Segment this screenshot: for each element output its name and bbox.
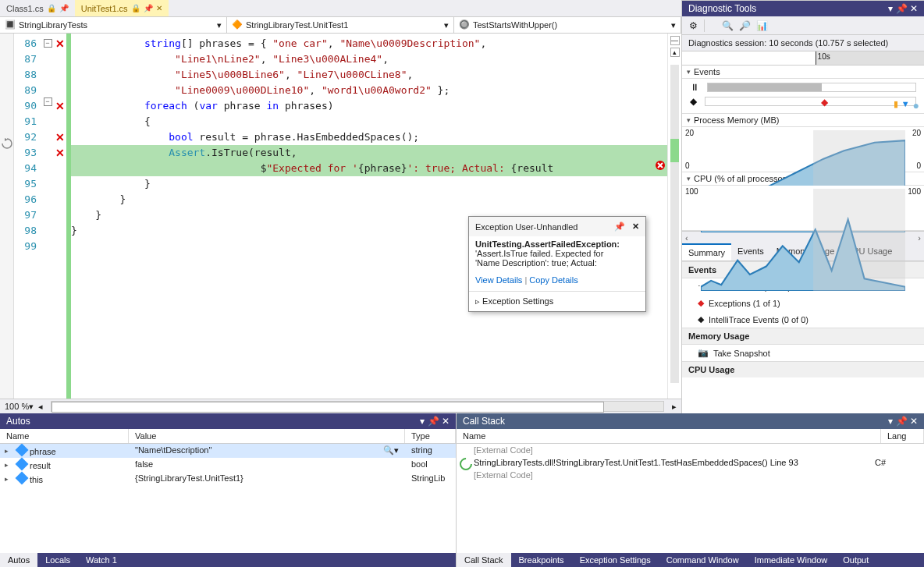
take-snapshot-button[interactable]: 📷Take Snapshot — [682, 345, 924, 361]
code-line[interactable]: "Line0009\u000DLine10", "word1\u00A0word… — [71, 83, 667, 98]
folding-gutter[interactable]: − − — [41, 34, 54, 399]
pin-icon[interactable]: 📌 — [59, 4, 69, 12]
stack-frame[interactable]: StringLibraryTests.dll!StringLibraryTest… — [457, 456, 924, 469]
dropdown-icon[interactable]: ▾ — [420, 416, 425, 427]
breakpoint-gutter[interactable]: ✕ ✕ ✕✕ — [54, 34, 66, 399]
pin-icon[interactable]: 📌 — [614, 221, 625, 231]
timeline-ruler[interactable]: 10s — [682, 51, 924, 66]
memory-chart[interactable]: 20 20 0 0 — [682, 127, 924, 172]
close-icon[interactable]: ✕ — [910, 416, 918, 427]
breakpoint-marker[interactable]: ✕ — [54, 36, 66, 51]
scroll-map[interactable]: — ▴ — [667, 34, 681, 399]
codelens-refresh-icon[interactable] — [2, 138, 12, 149]
[interactable] — [54, 207, 66, 223]
stack-frame[interactable]: [External Code] — [457, 469, 924, 481]
[interactable] — [54, 192, 66, 207]
code-line[interactable]: } — [71, 192, 667, 207]
bottom-tab[interactable]: Call Stack — [457, 553, 511, 567]
[interactable] — [54, 239, 66, 254]
breakpoint-marker[interactable]: ✕ — [54, 145, 66, 161]
bottom-tab[interactable]: Output — [835, 553, 876, 567]
col-name[interactable]: Name — [0, 429, 129, 443]
variable-row[interactable]: ▸phrase "Name\tDescription" 🔍▾ string — [0, 444, 456, 458]
cpu-chart[interactable]: 100 100 — [682, 186, 924, 231]
bottom-tab[interactable]: Locals — [37, 553, 78, 567]
dropdown-icon[interactable]: ▾ — [888, 416, 893, 427]
intellitrace-link[interactable]: ◆IntelliTrace Events (0 of 0) — [682, 311, 924, 328]
col-lang[interactable]: Lang — [881, 429, 924, 443]
copy-details-link[interactable]: Copy Details — [529, 275, 578, 285]
bottom-tab[interactable]: Watch 1 — [78, 553, 125, 567]
close-icon[interactable]: ✕ — [442, 416, 450, 427]
pin-icon[interactable]: 📌 — [428, 416, 439, 427]
diamond-event-icon: ◆ — [690, 96, 697, 107]
memory-section-header[interactable]: Process Memory (MB) ▮ ▼ ● — [682, 114, 924, 127]
close-icon[interactable]: ✕ — [156, 4, 162, 12]
code-line[interactable]: "Line5\u000BLine6", "Line7\u000CLine8", — [71, 67, 667, 83]
pin-icon[interactable]: 📌 — [896, 3, 908, 14]
view-details-link[interactable]: View Details — [475, 275, 522, 285]
variable-row[interactable]: ▸this {StringLibraryTest.UnitTest1} Stri… — [0, 472, 456, 486]
zoom-level[interactable]: 100 % — [5, 402, 29, 411]
code-line[interactable]: "Line1\nLine2", "Line3\u000ALine4", — [71, 51, 667, 67]
col-type[interactable]: Type — [405, 429, 456, 443]
event-track-break[interactable] — [707, 83, 916, 92]
breakpoint-marker[interactable]: ✕ — [54, 98, 66, 114]
autos-grid[interactable]: ▸phrase "Name\tDescription" 🔍▾ string ▸r… — [0, 444, 456, 553]
pin-icon[interactable]: 📌 — [144, 4, 153, 12]
zoom-in-icon[interactable]: 🔍 — [721, 19, 734, 32]
col-value[interactable]: Value — [129, 429, 405, 443]
document-tab[interactable]: Class1.cs 🔒 📌 — [0, 0, 75, 16]
code-line[interactable]: { — [71, 114, 667, 129]
[interactable] — [54, 114, 66, 129]
code-line[interactable]: bool result = phrase.HasEmbeddedSpaces()… — [71, 129, 667, 145]
split-icon[interactable]: — — [670, 36, 680, 45]
expand-icon[interactable]: ▹ — [475, 296, 480, 306]
code-line[interactable]: $"Expected for '{phrase}': true; Actual:… — [71, 161, 667, 176]
bottom-tab[interactable]: Immediate Window — [747, 553, 836, 567]
scroll-up-icon[interactable]: ▴ — [670, 48, 680, 57]
code-line[interactable]: Assert.IsTrue(result, — [71, 145, 667, 161]
code-line[interactable]: } — [71, 176, 667, 192]
[interactable] — [54, 223, 66, 239]
zoom-out-icon[interactable]: 🔎 — [738, 19, 751, 32]
code-line[interactable]: string[] phrases = { "one car", "Name\u0… — [71, 36, 667, 51]
[interactable] — [54, 161, 66, 176]
col-name[interactable]: Name — [457, 429, 881, 443]
[interactable] — [54, 176, 66, 192]
[interactable] — [54, 67, 66, 83]
events-section-header[interactable]: Events — [682, 66, 924, 79]
fold-toggle[interactable]: − — [44, 39, 52, 48]
gear-icon[interactable]: ⚙ — [687, 19, 699, 32]
nav-class-combo[interactable]: 🔶 StringLibraryTest.UnitTest1 ▾ — [227, 17, 454, 33]
exceptions-link[interactable]: ◆Exceptions (1 of 1) — [682, 295, 924, 311]
breakpoint-marker[interactable]: ✕ — [54, 129, 66, 145]
stack-frame[interactable]: [External Code] — [457, 444, 924, 456]
reset-view-icon[interactable]: 📊 — [755, 19, 768, 32]
[interactable] — [54, 51, 66, 67]
nav-project-combo[interactable]: 🔳 StringLibraryTests ▾ — [0, 17, 227, 33]
scroll-right-icon[interactable]: ▸ — [672, 402, 677, 412]
bottom-tab[interactable]: Autos — [0, 553, 37, 567]
close-icon[interactable]: ✕ — [910, 3, 918, 14]
callstack-grid[interactable]: [External Code]StringLibraryTests.dll!St… — [457, 444, 924, 553]
dropdown-icon[interactable]: ▾ — [888, 3, 893, 14]
variable-row[interactable]: ▸result false bool — [0, 458, 456, 472]
horizontal-scrollbar[interactable] — [51, 401, 664, 412]
nav-member-combo[interactable]: 🔘 TestStartsWithUpper() ▾ — [454, 17, 681, 33]
code-editor[interactable]: 8687888990919293949596979899 − − ✕ ✕ ✕✕ … — [0, 34, 681, 399]
zoom-dropdown-icon[interactable]: ▾ — [29, 402, 34, 412]
event-track-intelli[interactable]: ◆ — [705, 97, 916, 106]
pin-icon[interactable]: 📌 — [896, 416, 908, 427]
exception-settings-link[interactable]: Exception Settings — [482, 296, 553, 306]
close-icon[interactable]: ✕ — [632, 221, 639, 231]
bottom-tab[interactable]: Exception Settings — [572, 553, 659, 567]
code-line[interactable]: foreach (var phrase in phrases) — [71, 98, 667, 114]
scroll-left-icon[interactable]: ◂ — [38, 402, 43, 412]
[interactable] — [54, 83, 66, 98]
bottom-tab[interactable]: Command Window — [659, 553, 747, 567]
document-tab[interactable]: UnitTest1.cs 🔒 📌 ✕ — [75, 0, 169, 16]
fold-toggle[interactable]: − — [44, 97, 52, 106]
bottom-tab[interactable]: Breakpoints — [511, 553, 572, 567]
magnifier-icon[interactable]: 🔍▾ — [383, 445, 399, 455]
